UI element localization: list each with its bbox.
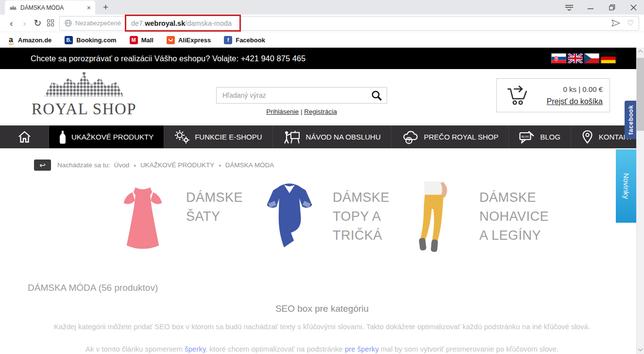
facebook-icon: f <box>224 36 232 44</box>
cart-icon <box>505 85 531 106</box>
back-icon[interactable]: ‹ <box>5 18 18 29</box>
chevron-right-icon: ▸ <box>219 163 221 168</box>
address-bar: ‹ › ↻ Nezabezpečené de7.webroyal.sk/dams… <box>0 15 644 32</box>
top-image <box>262 180 317 254</box>
scroll-down-icon[interactable] <box>638 347 643 352</box>
url-path: /damska-moda <box>185 19 232 27</box>
bottle-icon <box>59 130 66 144</box>
tab-title: DÁMSKA MÓDA <box>20 4 84 11</box>
bookmark-facebook[interactable]: f Facebook <box>224 36 265 44</box>
browser-tab[interactable]: DÁMSKA MÓDA × <box>5 0 95 15</box>
nav-label: NÁVOD NA OBSLUHU <box>306 133 381 141</box>
shop-logo[interactable]: ROYAL SHOP <box>27 71 141 118</box>
nav-label: FUNKCIE E-SHOPU <box>195 133 262 141</box>
seo-paragraph-2: Ak v tomto článku spomeniem šperky, ktor… <box>0 345 644 353</box>
nav-blog[interactable]: BLOG BLOG <box>508 125 571 148</box>
category-pants[interactable]: DÁMSKE NOHAVICE A LEGÍNY <box>409 180 556 254</box>
nav-home[interactable] <box>0 125 49 148</box>
facebook-side-tab[interactable]: facebook <box>625 101 637 139</box>
url-domain: webroyal.sk <box>145 19 185 27</box>
nav-label: BLOG <box>540 133 560 141</box>
seo-link-pre-sperky[interactable]: pre šperky <box>345 345 379 353</box>
blog-icon: BLOG <box>519 130 535 144</box>
why-cloud-icon: ? <box>402 130 419 144</box>
close-window-icon[interactable] <box>623 0 644 15</box>
category-title: DÁMSKE NOHAVICE A LEGÍNY <box>479 188 549 254</box>
restore-icon[interactable] <box>601 0 623 15</box>
banner-text: Chcete sa porozprávať o realizácii Vášho… <box>31 54 305 63</box>
aliexpress-icon <box>167 36 175 44</box>
bookmark-mall[interactable]: M Mall <box>130 36 153 44</box>
security-label: Nezabezpečené <box>75 19 121 27</box>
category-tiles: DÁMSKE ŠATY DÁMSKE TOPY A TRIČKÁ <box>0 180 644 254</box>
favicon-crown-icon <box>9 5 17 10</box>
search-icon[interactable] <box>371 90 382 101</box>
gears-icon <box>174 130 189 144</box>
news-side-tab[interactable]: Novinky <box>616 149 637 223</box>
scroll-up-icon[interactable] <box>638 50 643 55</box>
browser-menu-icon[interactable] <box>559 0 580 15</box>
minimize-icon[interactable] <box>580 0 601 15</box>
flag-cz-icon[interactable] <box>584 53 599 63</box>
bookmarks-bar: a Amazon.de B. Booking.com M Mall AliExp… <box>0 32 644 48</box>
reload-icon[interactable]: ↻ <box>31 18 44 29</box>
location-pin-icon <box>581 130 593 144</box>
tutorial-icon <box>283 130 301 143</box>
tab-close-icon[interactable]: × <box>87 4 91 12</box>
breadcrumb-level1[interactable]: UKAŽKOVÉ PRODUKTY <box>140 161 214 169</box>
heart-icon[interactable]: ♡ <box>627 18 634 28</box>
category-title: DÁMSKE TOPY A TRIČKÁ <box>333 188 390 254</box>
bookmark-label: Facebook <box>236 36 265 44</box>
send-icon[interactable] <box>611 19 621 27</box>
site-header: ROYAL SHOP Prihlásenie | Registrácia 0 k… <box>0 69 644 125</box>
go-to-cart-link[interactable]: Prejsť do košíka <box>547 97 603 106</box>
flag-de-icon[interactable] <box>601 53 616 63</box>
speed-dial-icon[interactable] <box>47 19 54 27</box>
browser-tab-bar: DÁMSKA MÓDA × + <box>0 0 644 15</box>
breadcrumb-back-button[interactable]: ↩ <box>34 159 51 171</box>
category-title: DÁMSKE ŠATY <box>186 188 243 254</box>
nav-manual[interactable]: NÁVOD NA OBSLUHU <box>272 125 391 148</box>
breadcrumb-prefix: Nachádzate sa tu: <box>57 161 110 169</box>
new-tab-button[interactable]: + <box>103 2 108 13</box>
breadcrumb-home[interactable]: Úvod <box>114 161 130 169</box>
globe-icon <box>65 19 72 27</box>
main-navigation: UKAŽKOVÉ PRODUKTY FUNKCIE E-SHOPU NÁVOD … <box>0 125 644 148</box>
home-icon <box>18 131 31 143</box>
nav-why-royal-shop[interactable]: ? PREČO ROYAL SHOP <box>391 125 508 148</box>
cart-box[interactable]: 0 ks | 0.00 € Prejsť do košíka <box>496 78 610 112</box>
url-field[interactable]: Nezabezpečené de7.webroyal.sk/damska-mod… <box>59 16 639 31</box>
url-prefix: de7. <box>131 19 145 27</box>
search-input[interactable] <box>217 91 371 99</box>
category-tops[interactable]: DÁMSKE TOPY A TRIČKÁ <box>262 180 409 254</box>
nav-eshop-functions[interactable]: FUNKCIE E-SHOPU <box>164 125 272 148</box>
page-scrollbar[interactable] <box>636 48 644 354</box>
register-link[interactable]: Registrácia <box>304 108 337 115</box>
cart-amount: 0 ks | 0.00 € <box>547 85 603 93</box>
seo-paragraph: Každej kategórii môžete pridať SEO box v… <box>0 322 644 331</box>
login-link[interactable]: Prihlásenie <box>266 108 299 115</box>
flag-gb-icon[interactable] <box>568 53 583 63</box>
window-controls <box>559 0 644 15</box>
nav-label: UKAŽKOVÉ PRODUKTY <box>71 133 153 141</box>
auth-separator: | <box>301 108 303 115</box>
forward-icon[interactable]: › <box>18 18 31 29</box>
breadcrumb-current: DÁMSKA MÓDA <box>225 161 274 169</box>
auth-links: Prihlásenie | Registrácia <box>216 108 387 115</box>
search-box <box>216 87 387 104</box>
logo-text: ROYAL SHOP <box>27 100 141 118</box>
nav-label: PREČO ROYAL SHOP <box>424 133 498 141</box>
url-red-highlight[interactable]: de7.webroyal.sk/damska-moda <box>125 15 241 32</box>
dress-image <box>116 180 170 254</box>
bookmark-aliexpress[interactable]: AliExpress <box>167 36 211 44</box>
nav-sample-products[interactable]: UKAŽKOVÉ PRODUKTY <box>49 125 164 148</box>
bookmark-label: AliExpress <box>178 36 211 44</box>
scrollbar-thumb[interactable] <box>637 58 644 131</box>
category-dresses[interactable]: DÁMSKE ŠATY <box>116 180 262 254</box>
seo-link-sperky[interactable]: šperky <box>185 345 205 353</box>
seo-box-title: SEO box pre kategóriu <box>0 303 644 314</box>
crown-logo-icon <box>35 71 133 98</box>
flag-sk-icon[interactable] <box>551 53 566 63</box>
bookmark-amazon[interactable]: a Amazon.de <box>7 35 51 44</box>
bookmark-booking[interactable]: B. Booking.com <box>65 36 116 44</box>
